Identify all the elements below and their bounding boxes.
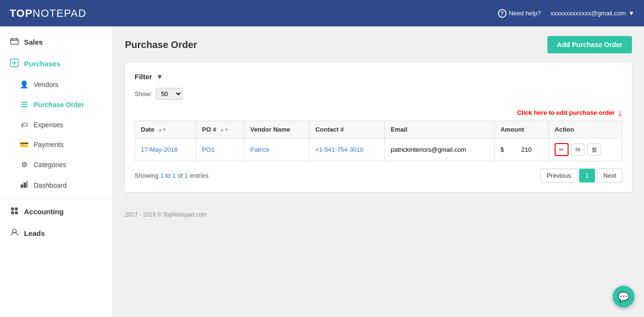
accounting-icon [10, 207, 19, 217]
cell-action: ✏ ✉ 🗑 [549, 138, 622, 161]
leads-label: Leads [24, 229, 45, 237]
payments-icon: 💳 [19, 140, 29, 149]
table-body: 17-May-2018 PO1 Patrick +1-541-754-3010 … [135, 138, 622, 161]
divider-1 [0, 198, 112, 198]
amount-symbol: $ [500, 146, 504, 153]
svg-rect-6 [15, 207, 18, 210]
previous-button[interactable]: Previous [540, 169, 577, 183]
expenses-icon: 🏷 [19, 121, 29, 129]
sales-icon [10, 37, 19, 47]
col-email: Email [385, 121, 495, 138]
showing-total: 1 [185, 172, 188, 179]
sidebar: Sales Purchases 👤 Vendors ☰ Purchase Ord… [0, 26, 113, 317]
main-content: Purchase Order Add Purchase Order Filter… [113, 26, 644, 317]
cell-contact: +1-541-754-3010 [310, 138, 385, 161]
purchase-order-icon: ☰ [19, 100, 29, 109]
show-select[interactable]: 10 25 50 100 [156, 88, 183, 100]
email-button[interactable]: ✉ [571, 144, 584, 156]
page-title: Purchase Order [125, 39, 197, 50]
purchases-icon [10, 59, 19, 69]
filter-row: Filter ▼ [135, 73, 622, 81]
table-row: 17-May-2018 PO1 Patrick +1-541-754-3010 … [135, 138, 622, 161]
user-email[interactable]: xxxxxxxxxxxxx@gmail.com ▼ [550, 10, 634, 17]
help-link[interactable]: ? Need help? [498, 9, 541, 18]
sidebar-item-leads[interactable]: Leads [0, 222, 112, 244]
categories-label: Categories [34, 161, 66, 169]
showing-to: 1 [173, 172, 176, 179]
sort-icon-date: ▲▼ [158, 128, 167, 132]
layout: Sales Purchases 👤 Vendors ☰ Purchase Ord… [0, 26, 644, 317]
categories-icon: ⚙ [19, 160, 29, 169]
dashboard-label: Dashboard [34, 182, 67, 189]
annotation-row: Click here to edit purchase order ↓ [135, 107, 622, 118]
contact-link[interactable]: +1-541-754-3010 [315, 146, 363, 153]
svg-rect-2 [21, 184, 23, 188]
expenses-label: Expenses [34, 121, 63, 129]
add-purchase-order-button[interactable]: Add Purchase Order [547, 36, 632, 53]
col-po[interactable]: PO # ▲▼ [196, 121, 244, 138]
sort-icon-po: ▲▼ [220, 128, 229, 132]
next-button[interactable]: Next [597, 169, 622, 183]
sidebar-item-sales[interactable]: Sales [0, 31, 112, 53]
purchase-order-label: Purchase Order [34, 101, 84, 109]
cell-email: patrickinteriors@gmail.com [385, 138, 495, 161]
sidebar-item-purchases[interactable]: Purchases [0, 53, 112, 74]
logo: TopNotepad [10, 7, 87, 20]
footer: 2017 - 2018 © TopNotepad.com [113, 204, 644, 225]
po-link[interactable]: PO1 [202, 146, 214, 153]
show-label: Show: [135, 90, 152, 98]
pagination-row: Showing 1 to 1 of 1 entries Previous 1 N… [135, 169, 622, 183]
cell-date: 17-May-2018 [135, 138, 196, 161]
annotation-text: Click here to edit purchase order [517, 109, 615, 116]
edit-button[interactable]: ✏ [555, 143, 569, 156]
filter-label: Filter [135, 73, 152, 81]
action-cell: ✏ ✉ 🗑 [555, 143, 616, 156]
leads-icon [10, 228, 19, 238]
date-link[interactable]: 17-May-2018 [141, 146, 178, 153]
svg-rect-0 [11, 39, 18, 44]
col-contact: Contact # [310, 121, 385, 138]
email-text: xxxxxxxxxxxxx@gmail.com [550, 10, 626, 17]
help-icon: ? [498, 9, 507, 18]
showing-text: Showing 1 to 1 of 1 entries [135, 172, 209, 179]
header-right: ? Need help? xxxxxxxxxxxxx@gmail.com ▼ [498, 9, 634, 18]
purchase-order-card: Filter ▼ Show: 10 25 50 100 Click here t… [125, 63, 632, 192]
annotation-arrow-icon: ↓ [618, 107, 622, 118]
sidebar-item-purchase-order[interactable]: ☰ Purchase Order [0, 95, 112, 115]
sales-label: Sales [24, 38, 43, 46]
sidebar-item-vendors[interactable]: 👤 Vendors [0, 74, 112, 95]
col-action: Action [549, 121, 622, 138]
vendors-label: Vendors [34, 81, 58, 88]
accounting-label: Accounting [24, 207, 64, 216]
showing-from: 1 [160, 172, 163, 179]
show-row: Show: 10 25 50 100 [135, 88, 622, 100]
purchase-order-table: Date ▲▼ PO # ▲▼ Vendor Name Contact # Em… [135, 121, 622, 161]
sidebar-item-accounting[interactable]: Accounting [0, 201, 112, 222]
payments-label: Payments [34, 141, 63, 148]
col-amount: Amount [495, 121, 549, 138]
vendors-icon: 👤 [19, 80, 29, 89]
chat-button[interactable]: 💬 [613, 286, 634, 307]
sidebar-item-categories[interactable]: ⚙ Categories [0, 155, 112, 175]
sidebar-item-payments[interactable]: 💳 Payments [0, 134, 112, 155]
svg-rect-5 [11, 207, 14, 210]
dashboard-icon [19, 181, 29, 190]
col-date[interactable]: Date ▲▼ [135, 121, 196, 138]
sidebar-item-expenses[interactable]: 🏷 Expenses [0, 115, 112, 134]
col-vendor: Vendor Name [244, 121, 309, 138]
page-header: Purchase Order Add Purchase Order [113, 26, 644, 63]
svg-rect-7 [11, 211, 14, 214]
help-label: Need help? [509, 10, 541, 17]
svg-rect-8 [15, 211, 18, 214]
delete-button[interactable]: 🗑 [587, 144, 601, 156]
svg-rect-3 [24, 183, 26, 188]
filter-icon[interactable]: ▼ [156, 73, 163, 81]
cell-po: PO1 [196, 138, 244, 161]
chat-icon: 💬 [618, 291, 630, 303]
sidebar-item-dashboard[interactable]: Dashboard [0, 175, 112, 195]
vendor-link[interactable]: Patrick [250, 146, 270, 153]
footer-text: 2017 - 2018 © TopNotepad.com [125, 211, 207, 218]
svg-rect-4 [26, 181, 27, 188]
header: TopNotepad ? Need help? xxxxxxxxxxxxx@gm… [0, 0, 644, 26]
page-1-button[interactable]: 1 [579, 169, 595, 183]
